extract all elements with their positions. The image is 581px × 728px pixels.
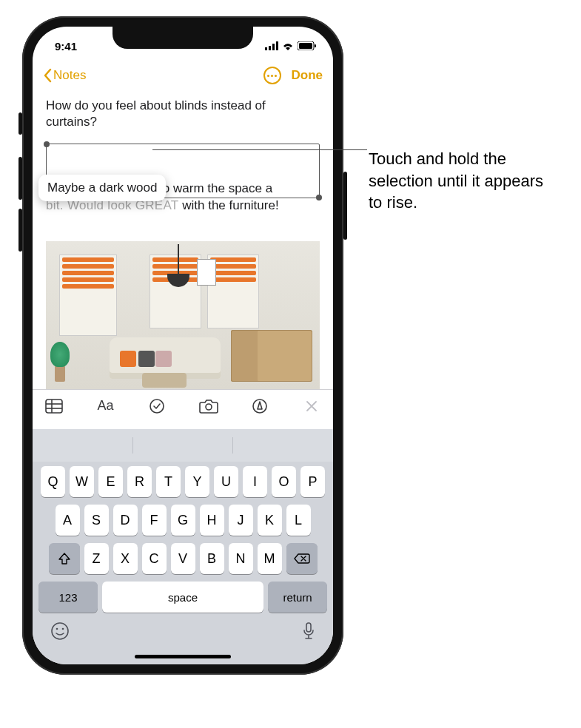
- shift-key[interactable]: [49, 543, 80, 574]
- svg-rect-2: [272, 44, 275, 50]
- table-illustration: [142, 373, 187, 388]
- key-t[interactable]: T: [156, 466, 181, 497]
- format-toolbar: Aa: [33, 389, 333, 422]
- key-x[interactable]: X: [113, 543, 138, 574]
- return-key[interactable]: return: [268, 582, 327, 613]
- nav-bar: Notes Done: [33, 59, 333, 92]
- svg-rect-6: [315, 44, 316, 47]
- volume-down: [19, 209, 22, 252]
- home-indicator[interactable]: [135, 655, 231, 658]
- key-q[interactable]: Q: [41, 466, 65, 497]
- svg-point-14: [52, 623, 68, 639]
- svg-rect-17: [306, 623, 311, 632]
- dresser-illustration: [231, 330, 312, 382]
- chevron-left-icon: [43, 68, 52, 83]
- floating-selection[interactable]: Maybe a dark wood: [38, 175, 166, 201]
- key-o[interactable]: O: [272, 466, 296, 497]
- iphone-frame: 9:41 Notes Done How do you feel about b: [22, 16, 343, 675]
- key-i[interactable]: I: [243, 466, 267, 497]
- under-tail2: with the furniture!: [179, 198, 279, 212]
- key-w[interactable]: W: [70, 466, 94, 497]
- under-tail: o warm the space a: [163, 181, 272, 195]
- key-n[interactable]: N: [229, 543, 253, 574]
- key-g[interactable]: G: [171, 505, 195, 536]
- screen: 9:41 Notes Done How do you feel about b: [33, 27, 333, 664]
- svg-rect-7: [46, 400, 62, 413]
- callout-text: Touch and hold the selection until it ap…: [369, 148, 561, 214]
- markup-icon[interactable]: [250, 397, 269, 416]
- key-row-3: ZXCVBNM: [36, 543, 330, 574]
- key-h[interactable]: H: [200, 505, 224, 536]
- text-format-button[interactable]: Aa: [96, 397, 115, 416]
- key-d[interactable]: D: [113, 505, 138, 536]
- power-button: [343, 172, 347, 240]
- delete-icon: [294, 553, 310, 564]
- window-illustration: [59, 255, 117, 336]
- key-v[interactable]: V: [171, 543, 195, 574]
- notch: [112, 27, 253, 49]
- key-m[interactable]: M: [258, 543, 282, 574]
- note-text-1[interactable]: How do you feel about blinds instead of …: [46, 98, 320, 130]
- space-key[interactable]: space: [102, 582, 263, 613]
- camera-icon[interactable]: [199, 397, 218, 416]
- cushion-illustration: [155, 351, 172, 367]
- svg-rect-0: [265, 47, 267, 50]
- key-row-2: ASDFGHJKL: [36, 505, 330, 536]
- ellipsis-icon: [267, 75, 277, 77]
- wifi-icon: [282, 41, 294, 50]
- emoji-key[interactable]: [50, 621, 70, 644]
- key-k[interactable]: K: [258, 505, 282, 536]
- cellular-icon: [265, 41, 278, 50]
- window-illustration: [150, 255, 201, 328]
- key-r[interactable]: R: [127, 466, 152, 497]
- svg-point-16: [62, 628, 64, 630]
- key-l[interactable]: L: [286, 505, 311, 536]
- callout-line: [152, 149, 367, 150]
- cushion-illustration: [138, 351, 155, 367]
- art-illustration: [197, 259, 216, 286]
- key-s[interactable]: S: [84, 505, 109, 536]
- numbers-key[interactable]: 123: [38, 582, 98, 613]
- key-p[interactable]: P: [300, 466, 325, 497]
- status-icons: [265, 41, 317, 50]
- plant-illustration: [50, 340, 70, 382]
- key-row-1: QWERTYUIOP: [36, 466, 330, 497]
- key-a[interactable]: A: [56, 505, 80, 536]
- volume-up: [19, 157, 22, 200]
- cushion-illustration: [120, 351, 136, 367]
- mute-switch: [19, 112, 22, 135]
- shift-icon: [58, 552, 71, 565]
- note-image[interactable]: [46, 241, 320, 389]
- emoji-icon: [50, 621, 70, 641]
- key-j[interactable]: J: [229, 505, 253, 536]
- svg-rect-1: [269, 46, 271, 50]
- svg-point-15: [56, 628, 58, 630]
- keyboard: QWERTYUIOP ASDFGHJKL ZXCVBNM 123 space r…: [33, 429, 333, 664]
- svg-rect-5: [299, 43, 312, 49]
- mic-icon: [302, 621, 315, 641]
- dictation-key[interactable]: [302, 621, 315, 644]
- svg-point-11: [150, 400, 164, 413]
- key-y[interactable]: Y: [185, 466, 209, 497]
- key-row-4: 123 space return: [36, 582, 330, 613]
- key-u[interactable]: U: [214, 466, 238, 497]
- back-label: Notes: [53, 68, 86, 83]
- key-c[interactable]: C: [142, 543, 167, 574]
- more-button[interactable]: [263, 67, 281, 84]
- back-button[interactable]: Notes: [43, 68, 86, 83]
- battery-icon: [298, 41, 317, 50]
- checklist-icon[interactable]: [147, 397, 167, 416]
- key-e[interactable]: E: [98, 466, 123, 497]
- done-button[interactable]: Done: [292, 68, 323, 83]
- predictive-bar: [33, 429, 333, 462]
- key-b[interactable]: B: [200, 543, 224, 574]
- status-time: 9:41: [55, 40, 77, 53]
- key-f[interactable]: F: [142, 505, 167, 536]
- close-icon[interactable]: [302, 397, 321, 416]
- svg-rect-3: [276, 41, 278, 50]
- key-z[interactable]: Z: [84, 543, 109, 574]
- delete-key[interactable]: [286, 543, 318, 574]
- svg-point-12: [206, 404, 212, 410]
- table-icon[interactable]: [44, 397, 64, 416]
